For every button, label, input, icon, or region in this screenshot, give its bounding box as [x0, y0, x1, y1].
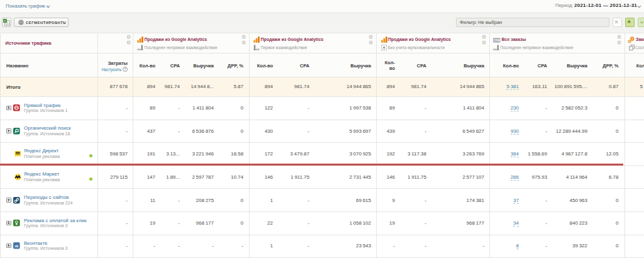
- svg-text:vk: vk: [14, 244, 18, 248]
- svg-text:CRM: CRM: [494, 38, 501, 42]
